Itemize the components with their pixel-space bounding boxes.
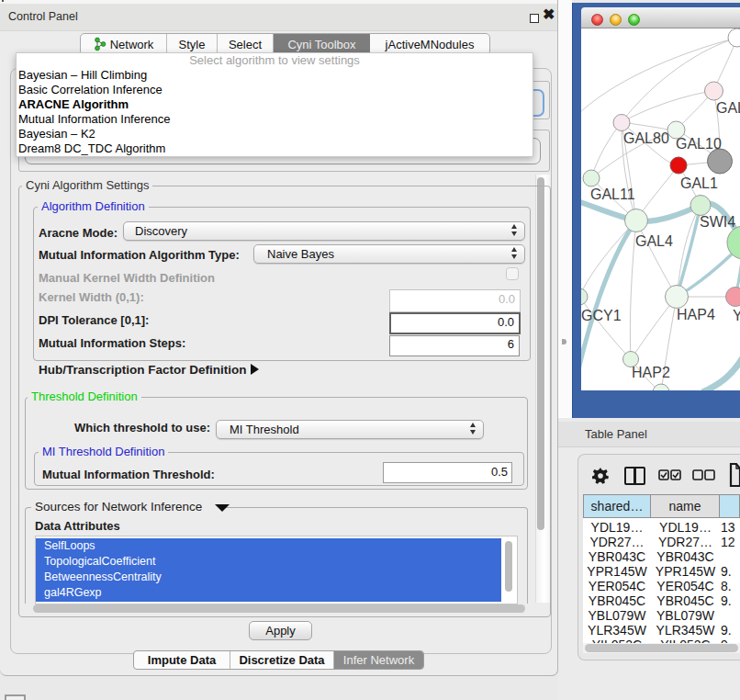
svg-text:GAL7: GAL7: [716, 100, 740, 116]
svg-text:GAL1: GAL1: [680, 175, 718, 191]
svg-text:SWI4: SWI4: [700, 214, 735, 230]
svg-text:HAP4: HAP4: [677, 307, 715, 322]
svg-text:GCY1: GCY1: [581, 308, 622, 323]
svg-text:Y: Y: [733, 308, 740, 323]
svg-text:GAL11: GAL11: [590, 186, 635, 202]
svg-text:HAP2: HAP2: [632, 365, 670, 380]
svg-text:GAL10: GAL10: [676, 136, 722, 152]
svg-text:GAL4: GAL4: [635, 233, 673, 249]
svg-text:GAL80: GAL80: [623, 130, 669, 146]
